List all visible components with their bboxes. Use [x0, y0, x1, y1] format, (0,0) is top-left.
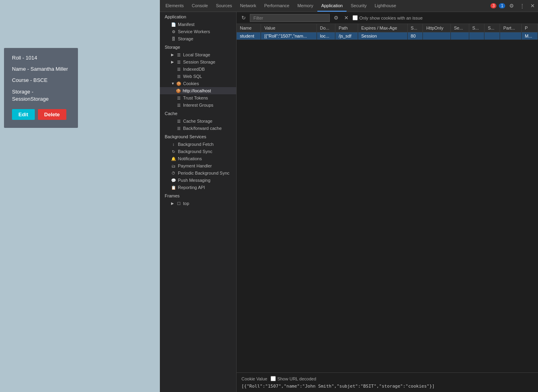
info-badge: 1: [499, 3, 505, 8]
error-badge: 3: [490, 3, 497, 8]
service-workers-icon: ⚙: [171, 30, 176, 34]
cell-httponly: [423, 32, 450, 40]
sidebar-item-trust-tokens[interactable]: ☰ Trust Tokens: [160, 94, 236, 101]
tab-console[interactable]: Console: [188, 0, 212, 12]
sidebar-item-payment-handler[interactable]: 🗂 Payment Handler: [160, 162, 236, 169]
cookies-table-wrap: Name Value Do... Path Expires / Max-Age …: [237, 24, 538, 372]
expand-arrow-local: ▶: [171, 53, 174, 57]
sidebar-item-frames-top[interactable]: ▶ ☐ top: [160, 200, 236, 207]
sidebar-item-interest-groups[interactable]: ☰ Interest Groups: [160, 101, 236, 109]
sidebar-item-session-storage[interactable]: ▶ ☰ Session Storage: [160, 58, 236, 66]
filter-input[interactable]: [250, 14, 330, 22]
sidebar-item-notifications[interactable]: 🔔 Notifications: [160, 155, 236, 162]
backforward-icon: ☰: [176, 126, 181, 131]
sidebar-item-local-storage[interactable]: ▶ ☰ Local Storage: [160, 51, 236, 58]
tab-performance[interactable]: Performance: [260, 0, 293, 12]
col-partitioned[interactable]: Part...: [500, 24, 522, 32]
sidebar-item-manifest[interactable]: 📄 Manifest: [160, 21, 236, 28]
col-expires[interactable]: Expires / Max-Age: [358, 24, 407, 32]
sidebar-item-websql[interactable]: ☰ Web SQL: [160, 73, 236, 80]
payment-handler-icon: 🗂: [171, 164, 176, 168]
sidebar-item-indexeddb[interactable]: ☰ IndexedDB: [160, 66, 236, 73]
cache-storage-icon: ☰: [176, 119, 181, 123]
trust-tokens-icon: ☰: [176, 96, 181, 100]
tab-security[interactable]: Security: [347, 0, 371, 12]
col-name[interactable]: Name: [237, 24, 261, 32]
only-issues-label[interactable]: Only show cookies with an issue: [353, 15, 422, 20]
devtools-body: Application 📄 Manifest ⚙ Service Workers…: [160, 12, 538, 392]
devtools-panel: Elements Console Sources Network Perform…: [160, 0, 538, 392]
show-url-decoded-checkbox[interactable]: [271, 376, 276, 381]
sidebar-item-push-messaging[interactable]: 💬 Push Messaging: [160, 177, 236, 184]
indexeddb-icon: ☰: [176, 67, 181, 72]
expand-arrow-frames: ▶: [171, 201, 174, 205]
page-area: Roll - 1014 Name - Samantha Miller Cours…: [0, 0, 160, 392]
cell-expires: Session: [358, 32, 407, 40]
refresh-button[interactable]: ↻: [240, 14, 247, 22]
tab-lighthouse[interactable]: Lighthouse: [371, 0, 400, 12]
col-s1[interactable]: S...: [469, 24, 484, 32]
localhost-icon: 🍪: [176, 89, 181, 93]
section-bg-services: Background Services: [160, 132, 236, 141]
notifications-icon: 🔔: [171, 157, 176, 161]
periodic-bg-sync-icon: ⏱: [171, 171, 176, 175]
cell-path: /js_sdf: [335, 32, 358, 40]
sidebar-item-cookies[interactable]: ▼ 🍪 Cookies: [160, 80, 236, 87]
devtools-main: ↻ ⚙ ✕ Only show cookies with an issue Na…: [237, 12, 538, 392]
tab-network[interactable]: Network: [236, 0, 260, 12]
interest-groups-icon: ☰: [176, 103, 181, 107]
student-card: Roll - 1014 Name - Samantha Miller Cours…: [4, 48, 78, 128]
tab-memory[interactable]: Memory: [293, 0, 317, 12]
push-messaging-icon: 💬: [171, 178, 176, 183]
cookies-toolbar: ↻ ⚙ ✕ Only show cookies with an issue: [237, 12, 538, 24]
col-samesite[interactable]: Se...: [450, 24, 469, 32]
manifest-icon: 📄: [171, 22, 176, 27]
sidebar-item-cache-storage[interactable]: ☰ Cache Storage: [160, 117, 236, 125]
devtools-sidebar: Application 📄 Manifest ⚙ Service Workers…: [160, 12, 237, 392]
close-devtools-icon[interactable]: ✕: [529, 2, 536, 10]
only-issues-checkbox[interactable]: [353, 15, 358, 20]
tab-bar-icons: 3 1 ⚙ ⋮ ✕: [490, 2, 536, 10]
sidebar-item-bg-fetch[interactable]: ↕ Background Fetch: [160, 141, 236, 148]
clear-filter-button[interactable]: ⚙: [332, 14, 340, 22]
col-p[interactable]: P: [521, 24, 538, 32]
sidebar-item-backforward[interactable]: ☰ Back/forward cache: [160, 125, 236, 132]
sidebar-item-localhost[interactable]: 🍪 http://localhost: [160, 87, 236, 94]
cell-size: 80: [407, 32, 423, 40]
expand-arrow-cookies: ▼: [171, 82, 174, 86]
clear-cookies-button[interactable]: ✕: [343, 14, 350, 22]
tab-application[interactable]: Application: [317, 0, 347, 12]
col-path[interactable]: Path: [335, 24, 358, 32]
show-url-decoded-label[interactable]: Show URL decoded: [271, 376, 316, 381]
student-roll: Roll - 1014: [12, 54, 70, 62]
devtools-tab-bar: Elements Console Sources Network Perform…: [160, 0, 538, 12]
cell-p: M...: [521, 32, 538, 40]
edit-button[interactable]: Edit: [12, 109, 35, 120]
more-options-icon[interactable]: ⋮: [518, 2, 526, 10]
col-domain[interactable]: Do...: [317, 24, 335, 32]
cookies-table: Name Value Do... Path Expires / Max-Age …: [237, 24, 538, 40]
sidebar-item-reporting-api[interactable]: 📋 Reporting API: [160, 184, 236, 191]
tab-sources[interactable]: Sources: [212, 0, 236, 12]
cookie-value-header: Cookie Value Show URL decoded: [241, 376, 533, 381]
col-size[interactable]: S...: [407, 24, 423, 32]
sidebar-item-periodic-bg-sync[interactable]: ⏱ Periodic Background Sync: [160, 169, 236, 177]
cookie-value-panel: Cookie Value Show URL decoded [{"Roll":"…: [237, 372, 538, 392]
section-cache: Cache: [160, 109, 236, 117]
sidebar-item-service-workers[interactable]: ⚙ Service Workers: [160, 28, 236, 35]
cookies-icon: 🍪: [176, 82, 181, 86]
delete-button[interactable]: Delete: [38, 109, 66, 120]
sidebar-item-storage-entry[interactable]: 🗄 Storage: [160, 35, 236, 42]
sidebar-item-bg-sync[interactable]: ↻ Background Sync: [160, 148, 236, 155]
student-name: Name - Samantha Miller: [12, 66, 70, 73]
col-value[interactable]: Value: [261, 24, 317, 32]
col-s2[interactable]: S...: [484, 24, 500, 32]
tab-elements[interactable]: Elements: [161, 0, 188, 12]
col-httponly[interactable]: HttpOnly: [423, 24, 450, 32]
session-storage-icon: ☰: [176, 60, 181, 64]
settings-icon[interactable]: ⚙: [508, 2, 516, 10]
cell-name: student: [237, 32, 261, 40]
table-row[interactable]: student [{"Roll":"1507","nam... loc... /…: [237, 32, 538, 40]
section-frames: Frames: [160, 191, 236, 200]
reporting-api-icon: 📋: [171, 185, 176, 190]
